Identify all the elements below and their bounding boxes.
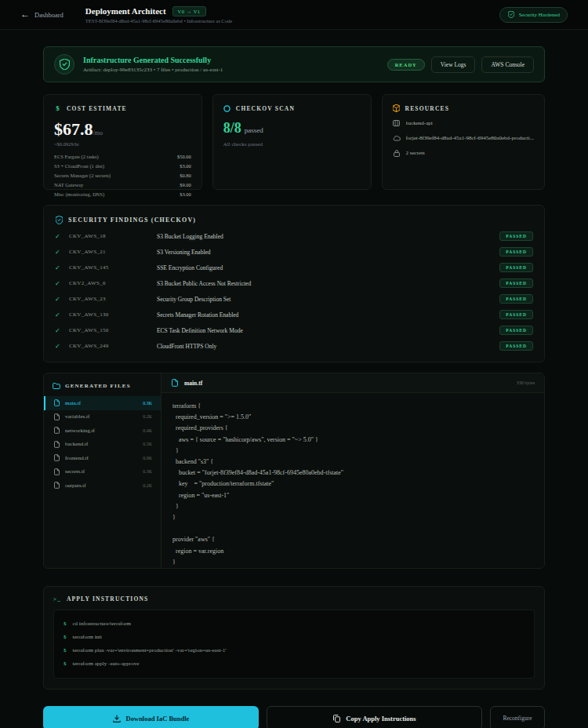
file-name: outputs.tf: [65, 482, 86, 489]
cost-card-title: COST ESTIMATE: [67, 105, 127, 112]
files-title: GENERATED FILES: [65, 383, 131, 389]
check-icon: ✓: [55, 327, 69, 334]
dollar-icon: $: [54, 104, 62, 112]
passed-badge: PASSED: [499, 263, 533, 272]
passed-badge: PASSED: [499, 247, 533, 257]
page-subtitle: TEST-8f39ef84-d8ad-45a1-98cf-6945e80a0eb…: [85, 18, 232, 24]
file-name: main.tf: [65, 400, 81, 406]
back-to-dashboard[interactable]: ← Dashboard: [20, 9, 64, 20]
download-iac-bundle-button[interactable]: Download IaC Bundle: [43, 706, 259, 728]
check-icon: ✓: [55, 343, 69, 350]
finding-code: CKV2_AWS_6: [69, 280, 138, 286]
command-line: $ terraform init: [64, 631, 524, 644]
apply-commands: $ cd infrastructure/terraform $ terrafor…: [53, 610, 535, 679]
security-hardened-badge: Security Hardened: [499, 7, 568, 23]
resource-secrets: 2 secrets: [393, 149, 534, 157]
passed-badge: PASSED: [499, 310, 533, 319]
finding-row: ✓ CKV_AWS_130 Secrets Manager Rotation E…: [55, 307, 533, 322]
finding-row: ✓ CKV_AWS_23 Security Group Description …: [55, 291, 533, 307]
finding-description: S3 Bucket Public Access Not Restricted: [138, 280, 499, 287]
file-name: networking.tf: [65, 428, 95, 434]
prompt-symbol: $: [64, 644, 67, 657]
cost-line-item: S3 + CloudFront (1 dist) $3.00: [54, 162, 191, 171]
generated-files-workspace: GENERATED FILES main.tf 0.3K variables.t…: [43, 373, 545, 569]
check-icon: ✓: [55, 296, 69, 303]
file-list-pane: GENERATED FILES main.tf 0.3K variables.t…: [44, 373, 162, 569]
open-file-name: main.tf: [184, 380, 202, 387]
banner-text: Infrastructure Generated Successfully Ar…: [83, 56, 223, 73]
finding-row: ✓ CKV_AWS_145 SSE Encryption Configured …: [55, 260, 533, 275]
file-size: 0.5K: [143, 442, 152, 446]
shield-check-icon: [54, 54, 74, 75]
command-line: $ cd infrastructure/terraform: [64, 617, 524, 631]
check-icon: ✓: [55, 311, 69, 318]
ready-status-badge: READY: [387, 59, 425, 71]
package-icon: [393, 104, 401, 112]
aws-console-button[interactable]: AWS Console: [481, 56, 534, 73]
check-icon: ✓: [55, 280, 69, 287]
code-viewer: main.tf 330 bytes terraform { required_v…: [162, 373, 544, 569]
cost-line-item: NAT Gateway $9.00: [54, 180, 191, 190]
file-list-item[interactable]: variables.tf 0.2K: [44, 410, 161, 424]
finding-code: CKV_AWS_249: [69, 343, 138, 349]
command-text: cd infrastructure/terraform: [73, 617, 131, 631]
success-banner: Infrastructure Generated Successfully Ar…: [43, 46, 545, 82]
title-block: Deployment Architect V0 → V1 TEST-8f39ef…: [85, 6, 232, 24]
resources-card: RESOURCES backend-api forjet-8f39ef84-d8…: [382, 94, 545, 190]
checkov-score: 8/8passed: [223, 120, 361, 136]
finding-description: S3 Bucket Logging Enabled: [138, 233, 499, 240]
finding-row: ✓ CKV_AWS_150 ECS Task Definition Networ…: [55, 322, 533, 338]
banner-title: Infrastructure Generated Successfully: [83, 56, 223, 64]
view-logs-button[interactable]: View Logs: [431, 56, 476, 73]
file-size: 0.2K: [143, 483, 152, 488]
security-hardened-label: Security Hardened: [519, 12, 560, 18]
file-list-item[interactable]: secrets.tf 0.3K: [44, 465, 161, 479]
resources-card-title: RESOURCES: [405, 105, 450, 112]
finding-description: Secrets Manager Rotation Enabled: [138, 311, 499, 318]
file-icon: [53, 468, 60, 475]
shield-scan-icon: [55, 216, 63, 224]
command-line: $ terraform plan -var='environment=produ…: [64, 644, 524, 657]
copy-apply-instructions-button[interactable]: Copy Apply Instructions: [267, 706, 482, 728]
file-list: main.tf 0.3K variables.tf 0.2K networkin…: [44, 396, 161, 493]
file-list-item[interactable]: networking.tf 0.4K: [44, 424, 161, 438]
code-content[interactable]: terraform { required_version = ">= 1.5.0…: [162, 393, 544, 569]
back-label: Dashboard: [34, 11, 64, 19]
version-badge: V0 → V1: [172, 6, 206, 16]
check-icon: ✓: [55, 264, 69, 271]
finding-description: ECS Task Definition Network Mode: [138, 327, 499, 334]
finding-row: ✓ CKV_AWS_249 CloudFront HTTPS Only PASS…: [55, 338, 533, 354]
file-size: 0.3K: [143, 469, 152, 474]
folder-icon: [53, 382, 60, 390]
finding-code: CKV_AWS_18: [69, 233, 138, 239]
finding-description: SSE Encryption Configured: [138, 264, 499, 271]
passed-badge: PASSED: [499, 326, 533, 335]
terminal-icon: >_: [53, 596, 61, 602]
file-list-item[interactable]: outputs.tf 0.2K: [44, 479, 161, 493]
passed-badge: PASSED: [499, 294, 533, 304]
file-icon: [53, 413, 60, 420]
resource-bucket: forjet-8f39ef84-d8ad-45a1-98cf-6945e80a0…: [393, 134, 534, 142]
container-icon: [393, 119, 401, 127]
copy-icon: [332, 715, 340, 723]
lock-icon: [393, 149, 401, 157]
file-size: 0.3K: [143, 401, 152, 406]
finding-description: S3 Versioning Enabled: [138, 249, 499, 256]
resource-service: backend-api: [393, 119, 534, 127]
findings-title: SECURITY FINDINGS (CHECKOV): [68, 217, 196, 224]
file-list-item[interactable]: main.tf 0.3K: [44, 396, 161, 410]
file-name: secrets.tf: [65, 468, 85, 475]
apply-instructions-card: >_ APPLY INSTRUCTIONS $ cd infrastructur…: [43, 586, 545, 690]
cost-breakdown: ECS Fargate (2 tasks) $50.00 S3 + CloudF…: [54, 152, 191, 199]
monthly-cost: $67.8/mo: [54, 119, 191, 140]
finding-code: CKV_AWS_23: [69, 296, 138, 302]
top-header: ← Dashboard Deployment Architect V0 → V1…: [0, 0, 588, 30]
open-file-size: 330 bytes: [517, 380, 535, 385]
prompt-symbol: $: [64, 617, 67, 631]
file-name: frontend.tf: [65, 455, 89, 461]
prompt-symbol: $: [64, 631, 67, 644]
file-list-item[interactable]: frontend.tf 0.9K: [44, 451, 161, 465]
checkov-card-title: CHECKOV SCAN: [236, 105, 295, 112]
reconfigure-button[interactable]: Reconfigure: [490, 706, 545, 728]
file-list-item[interactable]: backend.tf 0.5K: [44, 438, 161, 452]
